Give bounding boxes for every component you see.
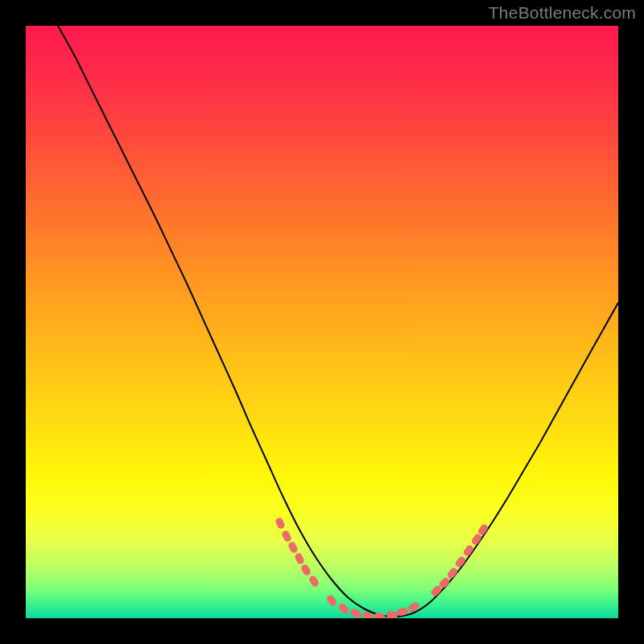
watermark: TheBottleneck.com — [489, 3, 636, 23]
curve-marker — [361, 610, 374, 618]
curve-marker — [386, 611, 398, 618]
bottleneck-curve — [58, 26, 618, 617]
curve-marker — [374, 611, 386, 618]
highlight-markers — [275, 517, 489, 618]
curve-marker — [294, 552, 305, 566]
curve-marker — [300, 564, 312, 577]
chart-svg-layer — [26, 26, 618, 618]
curve-marker — [308, 575, 320, 588]
curve-marker — [287, 541, 299, 555]
curve-marker — [349, 607, 363, 618]
curve-marker — [325, 594, 337, 608]
curve-marker — [281, 530, 292, 543]
curve-marker — [275, 517, 286, 530]
curve-marker — [462, 544, 474, 558]
curve-marker — [454, 555, 467, 569]
curve-marker — [337, 602, 350, 615]
curve-marker — [446, 567, 459, 580]
chart-frame: TheBottleneck.com — [0, 0, 644, 644]
